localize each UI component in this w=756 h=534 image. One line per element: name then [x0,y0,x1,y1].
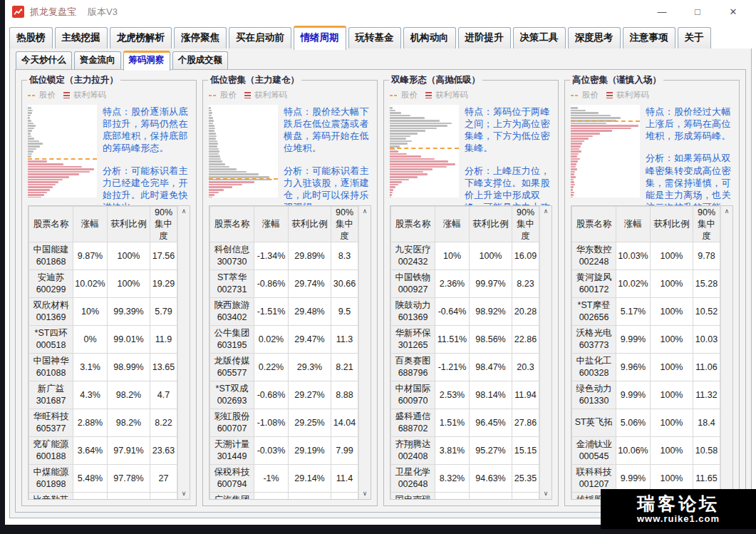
change-cell: 10.03% [616,242,651,269]
table-row[interactable]: 华东数控00224810.03%100%9.78 [572,242,720,269]
concentration-cell: 8.22 [150,409,177,436]
table-row[interactable]: *ST四环0005180%99.01%11.9 [29,325,177,353]
concentration-cell: 15.28 [693,269,720,297]
table-row[interactable]: 沃格光电6037739.99%100%10.03 [572,325,720,353]
concentration-cell: 11.06 [693,353,720,381]
table-row[interactable]: *ST双成002693-0.68%29.27%8.88 [210,381,358,409]
chip-bar [571,194,574,196]
scroll-up-icon[interactable]: ∧ [725,206,730,217]
table-row[interactable]: 公牛集团6031950.02%29.47%11.3 [210,325,358,353]
chip-bar [390,160,448,163]
table-row[interactable]: *ST摩登0026565.17%100%10.52 [572,297,720,325]
price-line [390,148,459,149]
table-row[interactable]: 绿色动力6013309.99%100%11.32 [572,381,720,409]
table-scrollbar[interactable]: ∧∨ [539,206,552,499]
table-row[interactable]: 中国能建6018689.87%100%17.56 [29,242,177,269]
main-tab-5[interactable]: 买在启动前 [229,27,291,48]
sub-tab-3[interactable]: 筹码洞察 [123,51,170,71]
stock-code: 601088 [30,367,72,379]
change-cell: 5.17% [616,297,651,325]
main-tab-4[interactable]: 涨停聚焦 [174,27,227,48]
chip-bar [571,135,593,138]
chip-bar [571,181,574,183]
table-row[interactable]: 联科科技0012079.99%100%11.65 [572,464,720,492]
stock-code: 601369 [392,312,434,324]
table-row[interactable]: 比音勒芬0028321.97%97.7%6.13 [29,492,177,500]
main-tab-8[interactable]: 机构动向 [403,27,456,48]
table-row[interactable]: 彩虹股份600707-1.08%29.25%14.04 [210,409,358,436]
table-row[interactable]: 陕鼓动力601369-0.64%98.92%20.28 [391,297,539,325]
table-row[interactable]: 新广益3016874.3%98.2%4.7 [29,381,177,409]
table-row[interactable]: 华旺科技6053772.88%98.2%8.22 [29,409,177,436]
stock-name-cell: 中煤能源601898 [29,464,73,492]
main-tab-9[interactable]: 进阶提升 [458,27,511,48]
sub-tab-2[interactable]: 资金流向 [74,51,121,69]
panel-description: 特点：筹码位于两峰之间；上方为高位密集峰，下方为低位密集峰。分析：上峰压力位，下… [459,105,552,197]
table-row[interactable]: 陕西旅游603402-1.51%29.48%9.5 [210,297,358,325]
stock-code: 301265 [392,339,434,351]
sub-tab-4[interactable]: 个股成交额 [172,51,229,69]
table-row[interactable]: 中盐化工6003289.96%100%11.06 [572,353,720,381]
table-row[interactable]: 中国铁物0009272.36%99.97%8.23 [391,269,539,297]
close-button[interactable]: ✕ [727,6,739,17]
scroll-up-icon[interactable]: ∧ [544,206,549,217]
table-row[interactable]: 九安医疗00243210%100%16.09 [391,242,539,269]
main-tab-13[interactable]: 关于 [678,27,711,48]
chip-bar [28,107,31,109]
main-tab-1[interactable]: 热股榜 [9,27,53,48]
table-scrollbar[interactable]: ∧∨ [358,206,371,499]
table-row[interactable]: ST萃华002731-0.86%29.74%30.66 [210,269,358,297]
table-scrollbar[interactable]: ∧∨ [720,206,732,499]
chip-bar [390,138,406,140]
chip-bar [28,168,94,170]
main-tab-6[interactable]: 情绪周期 [294,26,346,50]
table-row[interactable]: ST英飞拓5.06%100%18.4 [572,409,720,436]
concentration-cell: 20.28 [512,297,539,325]
table-row[interactable]: 龙版传媒6055770.22%29.3%8.21 [210,353,358,381]
main-tab-10[interactable]: 决策工具 [513,27,566,48]
maximize-button[interactable]: □ [692,6,703,17]
table-row[interactable]: 中国神华6010883.1%98.99%13.65 [29,353,177,381]
main-tab-2[interactable]: 主线挖掘 [55,27,108,48]
panel-description: 特点：股价经大幅下跌后在低位震荡或者横盘，筹码开始在低位堆积。分析：可能标识着主… [278,105,371,197]
stock-name: 黄河旋风 [573,272,615,284]
table-row[interactable]: 保税科技600794-1%29.14%11.4 [210,464,358,492]
table-row[interactable]: 黄河旋风60017210.02%100%15.28 [572,269,720,297]
table-row[interactable]: 百奥赛图688796-1.21%98.47%20.3 [391,353,539,381]
sub-tab-1[interactable]: 今天炒什么 [16,51,72,69]
scroll-down-icon[interactable]: ∨ [363,488,368,499]
table-row[interactable]: 中材国际6009702.53%98.14%11.94 [391,381,539,409]
table-row[interactable]: 中煤能源6018985.48%97.78%27 [29,464,177,492]
stock-name-cell: 安迪苏600299 [29,269,73,297]
profit-ratio-cell: 97.78% [108,464,150,492]
table-row[interactable]: 金浦钛业00054510.06%100%10.58 [572,436,720,464]
analysis-text: 分析：如果筹码从双峰密集转变成高位密集，需保持谨慎，可能是主力离场，也关注二次拉… [646,152,733,213]
table-row[interactable]: 卫星化学0026488.32%94.63%25.35 [391,464,539,492]
minimize-button[interactable]: — [656,6,668,17]
table-row[interactable]: 华新环保30126511.51%98.56%22.86 [391,325,539,353]
table-row[interactable]: 科创信息300730-1.34%29.89%8.3 [210,242,358,269]
main-tab-12[interactable]: 注意事项 [623,27,675,48]
table-row[interactable]: 齐翔腾达0024083.81%95.27%15.15 [391,436,539,464]
table-row[interactable]: 双欣材料00136910%99.39%5.79 [29,297,177,325]
table-row[interactable]: 安迪苏60029910.02%100%19.29 [29,269,177,297]
feature-text: 特点：股价经大幅下跌后在低位震荡或者横盘，筹码开始在低位堆积。 [284,106,371,155]
main-tab-11[interactable]: 深度思考 [568,27,621,48]
table-row[interactable]: 国电南瑞600406-0.62%93.26%17.26 [391,492,539,500]
table-row[interactable]: 兖矿能源6001883.64%97.91%23.63 [29,436,177,464]
table-row[interactable]: 广汽集团6012380.9%29.14%12.46 [210,492,358,500]
scroll-down-icon[interactable]: ∨ [544,488,549,499]
window-controls: — □ ✕ [656,6,749,17]
scroll-down-icon[interactable]: ∨ [182,488,187,499]
chip-bar [571,125,638,127]
table-scrollbar[interactable]: ∧∨ [177,206,190,499]
table-row[interactable]: 盛科通信6887021.51%96.45%27.86 [391,409,539,436]
scroll-up-icon[interactable]: ∧ [363,206,368,217]
main-tab-7[interactable]: 玩转基金 [348,27,401,48]
stock-name-cell: 中国神华601088 [29,353,73,381]
table-row[interactable]: 天溯计量301449-0.03%29.19%7.99 [210,436,358,464]
main-tab-3[interactable]: 龙虎榜解析 [110,27,172,48]
chart-row: 特点：股价逐渐从底部拉升，筹码仍然在底部堆积，保持底部的筹码峰形态。分析：可能标… [22,103,196,197]
panel-low-dense: 低位密集（主力建仓）股价获利筹码特点：股价经大幅下跌后在低位震荡或者横盘，筹码开… [202,80,378,506]
scroll-up-icon[interactable]: ∧ [182,206,187,217]
